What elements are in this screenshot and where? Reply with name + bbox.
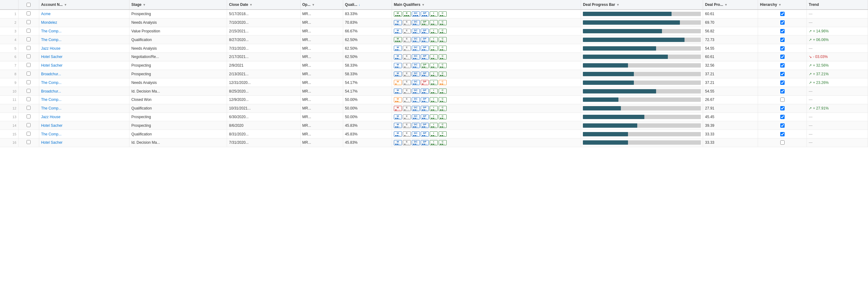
col-header-account[interactable]: Account N... ▼ — [39, 0, 129, 9]
account-link[interactable]: The Comp... — [41, 132, 61, 136]
account-link[interactable]: The Comp... — [41, 29, 61, 33]
account-link[interactable]: The Comp... — [41, 38, 61, 42]
hierarchy-check-container[interactable] — [760, 38, 805, 42]
row-select-checkbox[interactable] — [27, 80, 31, 84]
account-link[interactable]: Hotel Sacher — [41, 124, 62, 128]
col-header-stage[interactable]: Stage ▼ — [129, 0, 227, 9]
hierarchy-check-container[interactable] — [760, 72, 805, 76]
hierarchy-checkbox[interactable] — [780, 29, 784, 33]
account-link[interactable]: The Comp... — [41, 98, 61, 102]
row-checkbox-cell[interactable] — [18, 35, 39, 44]
row-select-checkbox[interactable] — [27, 106, 31, 110]
account-link[interactable]: Broadchur... — [41, 72, 61, 76]
row-checkbox-cell[interactable] — [18, 78, 39, 87]
col-header-closedate[interactable]: Close Date ▼ — [227, 0, 300, 9]
account-name-cell[interactable]: Hotel Sacher — [39, 121, 129, 130]
hierarchy-cell[interactable] — [758, 138, 807, 147]
hierarchy-checkbox[interactable] — [780, 98, 784, 102]
hierarchy-cell[interactable] — [758, 130, 807, 138]
account-link[interactable]: Hotel Sacher — [41, 55, 62, 59]
hierarchy-check-container[interactable] — [760, 124, 805, 128]
hierarchy-checkbox[interactable] — [780, 89, 784, 94]
hierarchy-checkbox[interactable] — [780, 115, 784, 119]
hierarchy-check-container[interactable] — [760, 98, 805, 102]
hierarchy-checkbox[interactable] — [780, 132, 784, 136]
hierarchy-checkbox[interactable] — [780, 12, 784, 16]
row-select-checkbox[interactable] — [27, 37, 31, 41]
row-checkbox-cell[interactable] — [18, 112, 39, 121]
hierarchy-checkbox[interactable] — [780, 80, 784, 85]
hierarchy-check-container[interactable] — [760, 89, 805, 94]
row-checkbox-cell[interactable] — [18, 95, 39, 104]
hierarchy-cell[interactable] — [758, 87, 807, 96]
col-header-hierarchy[interactable]: Hierarchy ▼ — [758, 0, 807, 9]
row-checkbox-cell[interactable] — [18, 44, 39, 53]
hierarchy-cell[interactable] — [758, 112, 807, 121]
account-link[interactable]: Acme — [41, 12, 51, 16]
hierarchy-cell[interactable] — [758, 95, 807, 104]
account-name-cell[interactable]: Hotel Sacher — [39, 138, 129, 147]
hierarchy-check-container[interactable] — [760, 46, 805, 50]
hierarchy-cell[interactable] — [758, 9, 807, 18]
hierarchy-check-container[interactable] — [760, 29, 805, 33]
row-select-checkbox[interactable] — [27, 46, 31, 50]
account-name-cell[interactable]: The Comp... — [39, 130, 129, 138]
account-name-cell[interactable]: Broadchur... — [39, 87, 129, 96]
row-checkbox-cell[interactable] — [18, 18, 39, 27]
hierarchy-cell[interactable] — [758, 121, 807, 130]
hierarchy-check-container[interactable] — [760, 12, 805, 16]
account-name-cell[interactable]: The Comp... — [39, 27, 129, 35]
hierarchy-cell[interactable] — [758, 104, 807, 112]
account-link[interactable]: Jazz House — [41, 46, 61, 50]
hierarchy-cell[interactable] — [758, 61, 807, 70]
hierarchy-check-container[interactable] — [760, 20, 805, 25]
hierarchy-check-container[interactable] — [760, 140, 805, 145]
account-name-cell[interactable]: The Comp... — [39, 35, 129, 44]
col-header-dealbar[interactable]: Deal Progress Bar ▼ — [581, 0, 703, 9]
row-select-checkbox[interactable] — [27, 72, 31, 76]
account-name-cell[interactable]: Hotel Sacher — [39, 53, 129, 61]
hierarchy-checkbox[interactable] — [780, 38, 784, 42]
row-select-checkbox[interactable] — [27, 123, 31, 127]
hierarchy-cell[interactable] — [758, 18, 807, 27]
account-link[interactable]: Hotel Sacher — [41, 140, 62, 145]
row-select-checkbox[interactable] — [27, 97, 31, 101]
account-link[interactable]: The Comp... — [41, 80, 61, 85]
account-link[interactable]: The Comp... — [41, 106, 61, 110]
row-checkbox-cell[interactable] — [18, 138, 39, 147]
row-select-checkbox[interactable] — [27, 29, 31, 33]
col-header-mainqual[interactable]: Main Qualifiers ▼ — [392, 0, 581, 9]
row-select-checkbox[interactable] — [27, 54, 31, 58]
row-checkbox-cell[interactable] — [18, 70, 39, 78]
account-name-cell[interactable]: Jazz House — [39, 44, 129, 53]
hierarchy-check-container[interactable] — [760, 80, 805, 85]
select-all-checkbox[interactable] — [27, 3, 31, 7]
hierarchy-checkbox[interactable] — [780, 63, 784, 68]
row-checkbox-cell[interactable] — [18, 130, 39, 138]
hierarchy-checkbox[interactable] — [780, 124, 784, 128]
hierarchy-check-container[interactable] — [760, 115, 805, 119]
col-header-dealpro[interactable]: Deal Pro... ▼ — [703, 0, 758, 9]
row-checkbox-cell[interactable] — [18, 53, 39, 61]
row-select-checkbox[interactable] — [27, 140, 31, 144]
hierarchy-checkbox[interactable] — [780, 140, 784, 145]
row-select-checkbox[interactable] — [27, 132, 31, 136]
hierarchy-cell[interactable] — [758, 70, 807, 78]
account-link[interactable]: Jazz House — [41, 115, 61, 119]
hierarchy-cell[interactable] — [758, 27, 807, 35]
row-checkbox-cell[interactable] — [18, 121, 39, 130]
hierarchy-checkbox[interactable] — [780, 55, 784, 59]
hierarchy-checkbox[interactable] — [780, 72, 784, 76]
col-header-opp[interactable]: Op... ▼ — [300, 0, 343, 9]
account-name-cell[interactable]: The Comp... — [39, 78, 129, 87]
account-name-cell[interactable]: The Comp... — [39, 95, 129, 104]
account-link[interactable]: Broadchur... — [41, 89, 61, 94]
hierarchy-cell[interactable] — [758, 44, 807, 53]
row-checkbox-cell[interactable] — [18, 27, 39, 35]
hierarchy-checkbox[interactable] — [780, 46, 784, 50]
row-select-checkbox[interactable] — [27, 114, 31, 118]
account-name-cell[interactable]: Acme — [39, 9, 129, 18]
account-name-cell[interactable]: Jazz House — [39, 112, 129, 121]
account-name-cell[interactable]: Mondelez — [39, 18, 129, 27]
row-select-checkbox[interactable] — [27, 11, 31, 15]
